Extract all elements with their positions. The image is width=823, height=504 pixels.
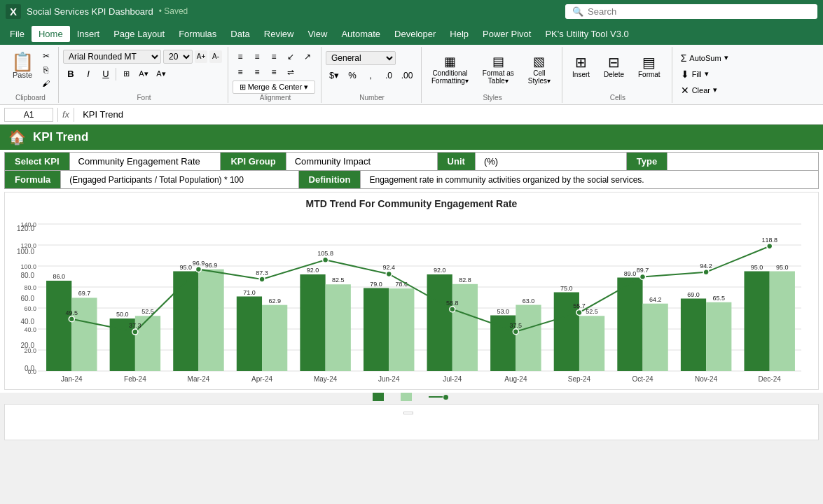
underline-button[interactable]: U (98, 66, 113, 82)
cell-reference[interactable] (4, 108, 53, 122)
percent-button[interactable]: % (344, 68, 361, 83)
align-left-button[interactable]: ≡ (233, 65, 248, 79)
legend-actual (373, 393, 387, 401)
svg-text:79.0: 79.0 (370, 281, 382, 288)
fill-color-button[interactable]: A▾ (136, 66, 151, 82)
increase-indent-button[interactable]: ↗ (300, 50, 315, 64)
italic-button[interactable]: I (81, 66, 96, 82)
ytd-chart-section (4, 404, 819, 440)
copy-button[interactable]: ⎘ (39, 64, 53, 76)
svg-text:71.0: 71.0 (243, 289, 256, 296)
clear-button[interactable]: ✕ Clear ▾ (677, 83, 733, 97)
align-center-button[interactable]: ≡ (249, 65, 265, 79)
svg-text:105.8: 105.8 (317, 250, 333, 257)
align-top-left-button[interactable]: ≡ (233, 50, 248, 64)
currency-button[interactable]: $▾ (326, 68, 343, 83)
increase-decimal-button[interactable]: .00 (399, 68, 415, 83)
decrease-decimal-button[interactable]: .0 (380, 68, 397, 83)
cell-styles-button[interactable]: ▧ CellStyles▾ (523, 51, 556, 88)
svg-text:49.5: 49.5 (66, 309, 78, 316)
menu-home[interactable]: Home (32, 26, 70, 42)
menu-bar: File Home Insert Page Layout Formulas Da… (0, 22, 823, 45)
menu-page-layout[interactable]: Page Layout (106, 26, 172, 42)
menu-developer[interactable]: Developer (387, 26, 443, 42)
formula-label: Formula (5, 171, 60, 188)
font-color-button[interactable]: A▾ (153, 66, 169, 82)
search-bar[interactable]: 🔍 (565, 4, 817, 19)
wrap-text-button[interactable]: ⇌ (283, 65, 298, 79)
svg-text:82.5: 82.5 (332, 276, 345, 284)
comma-button[interactable]: , (362, 68, 379, 83)
paste-button[interactable]: 📋 Paste (8, 50, 36, 82)
legend-py-box (401, 393, 412, 401)
svg-rect-65 (681, 299, 706, 372)
svg-text:Oct-24: Oct-24 (632, 375, 653, 383)
svg-point-83 (323, 257, 328, 262)
menu-review[interactable]: Review (257, 26, 301, 42)
unit-value[interactable]: (%) (475, 153, 626, 170)
font-size-select[interactable]: 20 (163, 50, 193, 64)
fill-icon: ⬇ (681, 69, 689, 80)
home-icon: 🏠 (8, 129, 26, 146)
merge-center-button[interactable]: ⊞ Merge & Center ▾ (233, 80, 315, 94)
menu-data[interactable]: Data (223, 26, 256, 42)
insert-button[interactable]: ⊞ Insert (567, 51, 595, 81)
definition-label: Definition (298, 171, 361, 188)
cells-label: Cells (610, 94, 625, 102)
align-top-center-button[interactable]: ≡ (249, 50, 265, 64)
cell-styles-icon: ▧ (533, 54, 545, 69)
delete-button[interactable]: ⊟ Delete (598, 51, 630, 81)
format-painter-button[interactable]: 🖌 (39, 78, 53, 89)
menu-insert[interactable]: Insert (70, 26, 107, 42)
kpi-name-value[interactable]: Community Engagement Rate (69, 153, 221, 170)
font-decrease-button[interactable]: A- (209, 50, 222, 63)
mtd-chart-title: MTD Trend For Community Engagement Rate (13, 198, 810, 209)
fill-button[interactable]: ⬇ Fill ▾ (677, 67, 733, 81)
border-button[interactable]: ⊞ (118, 66, 134, 82)
chart-legend (4, 393, 819, 402)
type-value[interactable] (667, 153, 818, 170)
svg-point-75 (69, 316, 74, 322)
svg-text:92.0: 92.0 (434, 267, 446, 274)
formula-value[interactable]: (Engaged Participants / Total Population… (60, 171, 298, 188)
autosum-button[interactable]: Σ AutoSum ▾ (677, 51, 733, 65)
menu-formulas[interactable]: Formulas (172, 26, 223, 42)
formula-input[interactable] (78, 108, 819, 121)
menu-automate[interactable]: Automate (334, 26, 387, 42)
format-icon: ▤ (642, 54, 656, 71)
bold-button[interactable]: B (63, 66, 78, 82)
cells-group: Cells ⊞ Insert ⊟ Delete ▤ Format (564, 47, 672, 103)
svg-rect-42 (389, 288, 414, 371)
svg-point-87 (450, 307, 455, 312)
kpi-group-value[interactable]: Community Impact (286, 153, 437, 170)
align-top-right-button[interactable]: ≡ (266, 50, 282, 64)
title-bar: X Social Services KPI Dashboard • Saved … (0, 0, 823, 22)
svg-text:20.0: 20.0 (24, 347, 36, 354)
menu-help[interactable]: Help (443, 26, 476, 42)
menu-pk-utility[interactable]: PK's Utility Tool V3.0 (538, 26, 635, 42)
svg-text:Jul-24: Jul-24 (443, 375, 462, 383)
definition-value[interactable]: Engagement rate in community activities … (360, 171, 818, 188)
conditional-formatting-button[interactable]: ▦ ConditionalFormatting▾ (426, 51, 474, 88)
font-name-select[interactable]: Arial Rounded MT (63, 50, 161, 64)
mtd-chart-svg: 0.0 20.0 40.0 60.0 80.0 100.0 120.0 86.0… (13, 214, 805, 382)
menu-power-pivot[interactable]: Power Pivot (476, 26, 538, 42)
format-button[interactable]: ▤ Format (632, 51, 666, 81)
formula-bar-divider (57, 108, 58, 122)
format-as-table-button[interactable]: ▤ Format asTable▾ (477, 51, 520, 88)
cut-button[interactable]: ✂ (39, 50, 53, 62)
svg-text:96.9: 96.9 (193, 260, 205, 267)
svg-text:Nov-24: Nov-24 (695, 375, 718, 383)
align-right-button[interactable]: ≡ (266, 65, 282, 79)
svg-text:96.9: 96.9 (205, 262, 218, 269)
menu-file[interactable]: File (3, 26, 32, 42)
number-format-select[interactable]: General (326, 51, 396, 65)
menu-view[interactable]: View (300, 26, 334, 42)
svg-rect-57 (579, 316, 604, 371)
search-icon: 🔍 (572, 6, 583, 17)
search-input[interactable] (588, 6, 810, 17)
svg-text:37.5: 37.5 (510, 322, 523, 329)
font-increase-button[interactable]: A+ (195, 50, 207, 63)
svg-text:89.0: 89.0 (624, 270, 637, 277)
decrease-indent-button[interactable]: ↙ (283, 50, 298, 64)
